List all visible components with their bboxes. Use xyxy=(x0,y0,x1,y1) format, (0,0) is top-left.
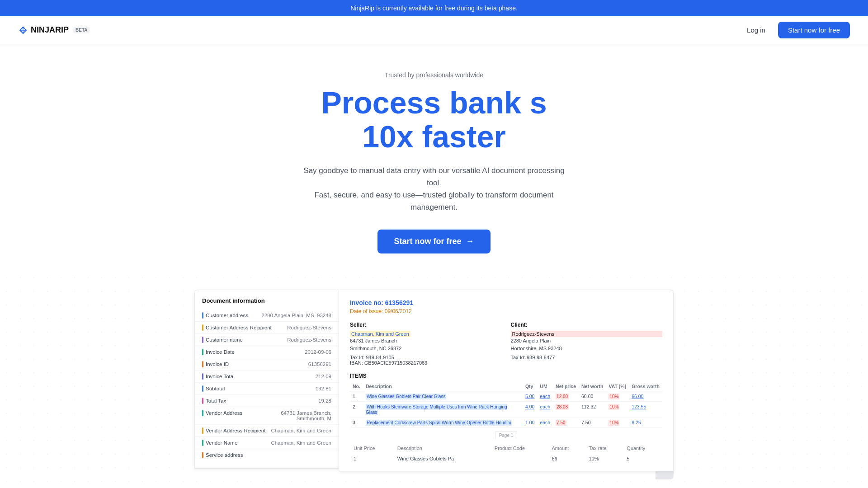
item-net-price: 28.08 xyxy=(553,402,579,418)
field-label: Vendor Address xyxy=(202,410,242,416)
item-net-price: 7.50 xyxy=(553,418,579,428)
doc-panel: Document information Customer address 22… xyxy=(194,290,339,469)
doc-field: Total Tax 19.28 xyxy=(195,395,339,407)
item-net-worth: 7.50 xyxy=(579,418,606,428)
field-value: 192.81 xyxy=(316,386,331,391)
field-label: Customer Address Recipient xyxy=(202,325,272,330)
item-um: each xyxy=(537,418,553,428)
hero-section: Trusted by professionals worldwide Proce… xyxy=(0,44,868,272)
item-um: each xyxy=(537,391,553,402)
invoice-date-label: Date of issue: xyxy=(350,308,383,314)
invoice-header: Invoice no: 61356291 Date of issue: 09/0… xyxy=(350,299,662,314)
column-header: No. xyxy=(350,382,363,391)
hero-subtitle: Trusted by professionals worldwide xyxy=(9,71,859,79)
column-header: UM xyxy=(537,382,553,391)
doc-field: Customer name Rodriguez-Stevens xyxy=(195,334,339,346)
bottom-col-header: Tax rate xyxy=(585,443,623,454)
field-value: 2012-09-06 xyxy=(305,349,331,355)
bottom-col-header: Description xyxy=(394,443,491,454)
hero-title: Process bank s 10x faster xyxy=(9,86,859,154)
field-label: Customer name xyxy=(202,337,243,343)
item-vat: 10% xyxy=(606,402,629,418)
doc-field: Invoice ID 61356291 xyxy=(195,358,339,371)
field-value: 61356291 xyxy=(308,361,331,367)
doc-field: Invoice Date 2012-09-06 xyxy=(195,346,339,358)
field-label: Invoice ID xyxy=(202,361,229,367)
field-label: Subtotal xyxy=(202,386,225,391)
field-value: 2280 Angela Plain, MS, 93248 xyxy=(261,313,331,318)
field-label: Vendor Name xyxy=(202,440,237,446)
item-gross: 66.00 xyxy=(629,391,662,402)
page-indicator: Page 1 xyxy=(350,432,662,439)
login-button[interactable]: Log in xyxy=(741,23,771,38)
item-gross: 123.55 xyxy=(629,402,662,418)
field-value: Rodriguez-Stevens xyxy=(287,337,331,343)
column-header: Description xyxy=(363,382,523,391)
cta-arrow: → xyxy=(466,237,474,246)
item-gross: 8.25 xyxy=(629,418,662,428)
item-net-price: 12.00 xyxy=(553,391,579,402)
seller-name: Chapman, Kim and Green xyxy=(350,331,410,337)
field-label: Invoice Total xyxy=(202,374,235,379)
logo-icon xyxy=(18,25,28,35)
client-label: Client: xyxy=(511,322,663,328)
logo-link[interactable]: NINJARIP BETA xyxy=(18,25,90,35)
doc-panel-title: Document information xyxy=(195,297,339,310)
seller-section: Seller: Chapman, Kim and Green 64731 Jam… xyxy=(350,322,502,366)
items-title: ITEMS xyxy=(350,373,662,379)
doc-field: Customer address 2280 Angela Plain, MS, … xyxy=(195,310,339,322)
invoice-parties: Seller: Chapman, Kim and Green 64731 Jam… xyxy=(350,322,662,366)
bottom-cell: 5 xyxy=(623,454,662,464)
field-label: Customer address xyxy=(202,313,248,318)
field-value: 19.28 xyxy=(318,398,331,404)
item-net-worth: 60.00 xyxy=(579,391,606,402)
start-button-hero[interactable]: Start now for free → xyxy=(377,230,490,253)
bottom-cell: 1 xyxy=(350,454,394,464)
client-tax: Tax Id: 939-98-8477 xyxy=(511,355,663,360)
item-qty: 1.00 xyxy=(523,418,537,428)
field-value: 212.09 xyxy=(316,374,331,379)
doc-field: Service address xyxy=(195,449,339,461)
doc-field: Vendor Name Chapman, Kim and Green xyxy=(195,437,339,449)
start-button-nav[interactable]: Start now for free xyxy=(778,22,850,38)
navbar: NINJARIP BETA Log in Start now for free xyxy=(0,16,868,44)
bottom-col-header: Unit Price xyxy=(350,443,394,454)
field-value: 64731 James Branch, Smithmouth, M xyxy=(259,410,331,421)
item-no: 3. xyxy=(350,418,363,428)
item-no: 2. xyxy=(350,402,363,418)
table-row: 3. Replacement Corkscrew Parts Spiral Wo… xyxy=(350,418,662,428)
doc-field: Vendor Address Recipient Chapman, Kim an… xyxy=(195,425,339,437)
client-address: 2280 Angela Plain Hortonshire, MS 93248 xyxy=(511,337,663,352)
table-row: 2. With Hooks Stemware Storage Multiple … xyxy=(350,402,662,418)
hero-title-line2: 10x faster xyxy=(362,119,506,154)
invoice-date-value: 09/06/2012 xyxy=(385,308,412,314)
bottom-col-header: Product Code xyxy=(491,443,548,454)
column-header: VAT [%] xyxy=(606,382,629,391)
field-label: Total Tax xyxy=(202,398,226,404)
hero-description: Say goodbye to manual data entry with ou… xyxy=(298,164,570,214)
field-value: Chapman, Kim and Green xyxy=(271,428,331,433)
doc-field: Invoice Total 212.09 xyxy=(195,371,339,383)
item-qty: 4.00 xyxy=(523,402,537,418)
doc-field: Customer Address Recipient Rodriguez-Ste… xyxy=(195,322,339,334)
table-row: 1. Wine Glasses Goblets Pair Clear Glass… xyxy=(350,391,662,402)
item-um: each xyxy=(537,402,553,418)
bottom-col-header: Quantity xyxy=(623,443,662,454)
seller-label: Seller: xyxy=(350,322,502,328)
client-name: Rodriguez-Stevens xyxy=(511,331,663,337)
invoice-no: Invoice no: 61356291 xyxy=(350,299,662,306)
bottom-table: Unit PriceDescriptionProduct CodeAmountT… xyxy=(350,443,662,464)
logo-text: NINJARIP xyxy=(31,25,69,35)
client-section: Client: Rodriguez-Stevens 2280 Angela Pl… xyxy=(511,322,663,366)
bottom-cell xyxy=(491,454,548,464)
doc-field: Subtotal 192.81 xyxy=(195,383,339,395)
item-desc: With Hooks Stemware Storage Multiple Use… xyxy=(363,402,523,418)
item-desc: Wine Glasses Goblets Pair Clear Glass xyxy=(363,391,523,402)
bottom-cell: Wine Glasses Goblets Pa xyxy=(394,454,491,464)
column-header: Gross worth xyxy=(629,382,662,391)
item-vat: 10% xyxy=(606,418,629,428)
item-net-worth: 112.32 xyxy=(579,402,606,418)
item-vat: 10% xyxy=(606,391,629,402)
item-qty: 5.00 xyxy=(523,391,537,402)
invoice-date: Date of issue: 09/06/2012 xyxy=(350,308,662,314)
